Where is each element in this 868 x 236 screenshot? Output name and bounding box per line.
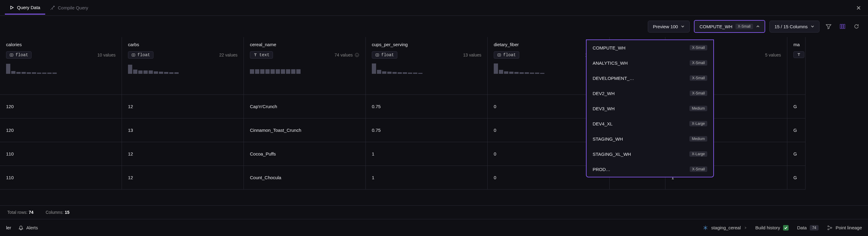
text-type-icon	[797, 53, 801, 57]
column-header[interactable]: carbs float 22 values	[122, 37, 244, 95]
preview-label: Preview 100	[653, 24, 678, 29]
build-history-button[interactable]: Build history	[755, 225, 789, 231]
chevron-down-icon	[681, 25, 684, 28]
columns-select[interactable]: 15 / 15 Columns	[769, 21, 819, 32]
float-type-icon	[375, 53, 379, 57]
bell-icon	[19, 226, 23, 230]
svg-point-9	[828, 226, 829, 227]
spark-histogram	[128, 62, 238, 74]
table-cell[interactable]: 0.75	[366, 119, 487, 142]
data-table: calories float 10 values 120120110110 ca…	[0, 37, 868, 205]
text-type-icon	[253, 53, 257, 57]
svg-rect-1	[842, 24, 843, 29]
value-count: 74 values	[335, 53, 360, 57]
close-button[interactable]	[854, 3, 863, 12]
column-header[interactable]: calories float 10 values	[0, 37, 122, 95]
table-cell[interactable]: 1	[366, 142, 487, 166]
table-cell[interactable]: 110	[0, 166, 122, 189]
column-header[interactable]: cereal_name text 74 values	[244, 37, 366, 95]
columns-icon	[839, 23, 845, 29]
table-cell[interactable]: G	[787, 166, 805, 189]
warehouse-option[interactable]: DEVELOPMENT_…X-Small	[587, 71, 713, 86]
table-cell[interactable]: 13	[122, 119, 244, 142]
refresh-icon	[854, 23, 860, 29]
table-column: carbs float 22 values 12131212	[122, 37, 244, 189]
column-name: cups_per_serving	[372, 42, 481, 47]
svg-rect-2	[844, 24, 845, 29]
type-badge: float	[372, 51, 397, 59]
type-badge: float	[494, 51, 519, 59]
column-name: calories	[6, 42, 116, 47]
warehouse-option[interactable]: STAGING_WHMedium	[587, 131, 713, 147]
table-cell[interactable]: Cocoa_Puffs	[244, 142, 366, 166]
tab-query-data[interactable]: Query Data	[5, 1, 45, 15]
float-type-icon	[9, 53, 14, 57]
preview-select[interactable]: Preview 100	[648, 21, 690, 32]
warehouse-option-name: STAGING_WH	[593, 136, 623, 141]
table-column: calories float 10 values 120120110110	[0, 37, 122, 189]
tab-compile-query[interactable]: Compile Query	[45, 1, 93, 14]
warehouse-option[interactable]: PROD…X-Small	[587, 162, 713, 177]
type-badge	[794, 51, 804, 58]
warehouse-option[interactable]: STAGING_XL_WHX-Large	[587, 147, 713, 162]
filter-button[interactable]	[824, 22, 833, 31]
table-column: cereal_name text 74 values Cap'n'CrunchC…	[244, 37, 366, 189]
refresh-button[interactable]	[851, 22, 861, 31]
value-count: 5 values	[765, 53, 781, 57]
warehouse-option-name: DEV2_WH	[593, 91, 615, 96]
float-type-icon	[497, 53, 501, 57]
warehouse-option-name: ANALYTICS_WH	[593, 60, 628, 65]
warehouse-option[interactable]: COMPUTE_WHX-Small	[587, 40, 713, 55]
model-crumb[interactable]: staging_cereal	[703, 225, 747, 231]
warehouse-option[interactable]: ANALYTICS_WHX-Small	[587, 55, 713, 71]
info-icon[interactable]	[354, 53, 360, 57]
point-lineage-button[interactable]: Point lineage	[827, 225, 862, 231]
column-header[interactable]: cups_per_serving float 13 values	[366, 37, 487, 95]
warehouse-option[interactable]: DEV2_WHX-Small	[587, 86, 713, 101]
column-header[interactable]: ma	[787, 37, 805, 95]
table-cell[interactable]: Cinnamon_Toast_Crunch	[244, 119, 366, 142]
warehouse-dropdown: COMPUTE_WHX-SmallANALYTICS_WHX-SmallDEVE…	[586, 40, 714, 177]
close-icon	[856, 5, 861, 10]
chevron-up-icon	[756, 25, 760, 28]
type-badge: float	[128, 51, 153, 59]
status-left-truncated[interactable]: ler	[6, 225, 11, 230]
table-cell[interactable]: 1	[366, 166, 487, 189]
warehouse-option-name: DEV3_WH	[593, 106, 615, 111]
alerts-button[interactable]: Alerts	[19, 225, 38, 230]
warehouse-option-size: X-Large	[689, 121, 707, 126]
controls-row: Preview 100 COMPUTE_WH X-Small 15 / 15 C…	[0, 16, 868, 37]
warehouse-option-size: X-Small	[690, 166, 707, 172]
table-cell[interactable]: 12	[122, 142, 244, 166]
warehouse-option[interactable]: DEV3_WHMedium	[587, 101, 713, 116]
warehouse-option-name: PROD…	[593, 167, 610, 172]
table-cell[interactable]: G	[787, 119, 805, 142]
table-cell[interactable]: 12	[122, 95, 244, 119]
table-cell[interactable]: G	[787, 142, 805, 166]
table-cell[interactable]: 110	[0, 142, 122, 166]
value-count: 22 values	[219, 53, 238, 57]
data-button[interactable]: Data 74	[797, 225, 818, 231]
table-meta: Total rows: 74 Columns: 15	[0, 205, 868, 219]
warehouse-option[interactable]: DEV4_XLX-Large	[587, 116, 713, 131]
value-count: 13 values	[463, 53, 481, 57]
table-cell[interactable]: Count_Chocula	[244, 166, 366, 189]
warehouse-name: COMPUTE_WH	[700, 24, 732, 29]
svg-rect-0	[840, 24, 841, 29]
table-cell[interactable]: 120	[0, 95, 122, 119]
columns-view-button[interactable]	[838, 22, 847, 31]
warehouse-option-size: X-Large	[689, 151, 707, 157]
lineage-icon	[827, 225, 833, 231]
table-cell[interactable]: Cap'n'Crunch	[244, 95, 366, 119]
value-count: 10 values	[97, 53, 116, 57]
warehouse-select[interactable]: COMPUTE_WH X-Small	[694, 20, 765, 33]
table-cell[interactable]: 0.75	[366, 95, 487, 119]
table-column: ma GGGG	[787, 37, 806, 189]
toolbar: Query Data Compile Query	[0, 0, 868, 16]
table-cell[interactable]: G	[787, 95, 805, 119]
table-cell[interactable]: 12	[122, 166, 244, 189]
spark-histogram	[372, 62, 481, 74]
filter-icon	[826, 23, 832, 29]
table-cell[interactable]: 120	[0, 119, 122, 142]
column-name: ma	[794, 42, 799, 47]
